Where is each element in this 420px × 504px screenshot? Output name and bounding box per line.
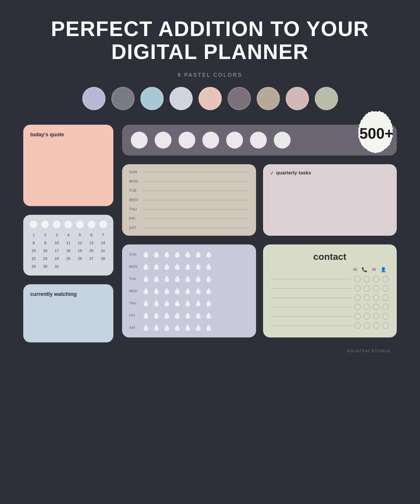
contact-line-2 bbox=[271, 288, 352, 289]
contact-circle bbox=[373, 276, 379, 282]
water-day-sat: SAT bbox=[129, 326, 140, 329]
calendar-dots bbox=[28, 221, 108, 228]
quote-title: today's quote bbox=[30, 132, 106, 138]
contact-entry-1 bbox=[271, 276, 389, 282]
contact-line-3 bbox=[271, 298, 352, 298]
drop bbox=[142, 299, 150, 307]
contact-circles-4 bbox=[354, 304, 389, 310]
contact-circle bbox=[382, 285, 389, 292]
contact-circles-5 bbox=[354, 313, 389, 319]
water-row-fri: FRI bbox=[129, 311, 249, 319]
drop bbox=[184, 287, 192, 295]
water-tracker-card: SUN MON bbox=[122, 244, 256, 337]
water-row-wed: WED bbox=[129, 287, 249, 295]
cal-30: 30 bbox=[40, 263, 51, 270]
right-column: 500+ SUN MON TUE bbox=[122, 125, 397, 342]
svg-text:500+: 500+ bbox=[359, 125, 393, 142]
drop bbox=[205, 262, 213, 271]
contact-circle bbox=[364, 322, 370, 329]
weekly-row-thu: THU bbox=[129, 207, 249, 211]
contact-circle bbox=[354, 304, 361, 310]
cal-23: 23 bbox=[40, 255, 51, 262]
contact-circle bbox=[354, 322, 361, 329]
drop bbox=[194, 311, 202, 319]
cal-18: 18 bbox=[63, 247, 74, 254]
swatch-lavender bbox=[82, 87, 106, 110]
main-title: PERFECT ADDITION TO YOUR DIGITAL PLANNER bbox=[23, 17, 397, 63]
contact-line-6 bbox=[271, 326, 352, 326]
day-label-fri: FRI bbox=[129, 217, 140, 221]
water-drops-sat bbox=[142, 324, 213, 332]
drop bbox=[194, 262, 202, 271]
weekly-row-wed: WED bbox=[129, 198, 249, 202]
drop bbox=[173, 262, 181, 271]
contact-circles-2 bbox=[354, 285, 389, 292]
drop bbox=[184, 324, 192, 332]
drop bbox=[205, 299, 213, 307]
calendar-card: 1 2 3 4 5 6 7 8 9 10 11 12 13 14 15 16 1 bbox=[23, 215, 113, 276]
cal-12: 12 bbox=[75, 240, 85, 246]
water-day-thu: THU bbox=[129, 301, 140, 305]
cal-dot-5 bbox=[76, 221, 84, 228]
drop bbox=[163, 275, 171, 283]
swatch-rose bbox=[286, 87, 309, 110]
day-label-wed: WED bbox=[129, 198, 140, 202]
cal-24: 24 bbox=[51, 255, 62, 262]
drop bbox=[194, 275, 202, 283]
contact-circle bbox=[364, 276, 370, 282]
drop bbox=[205, 311, 213, 319]
cal-6: 6 bbox=[86, 232, 97, 238]
swatch-light-blue bbox=[140, 87, 164, 110]
cal-29: 29 bbox=[28, 263, 39, 270]
contact-circle bbox=[364, 285, 370, 292]
water-row-mon: MON bbox=[129, 262, 249, 271]
weekly-row-tue: TUE bbox=[129, 189, 249, 193]
contact-entry-3 bbox=[271, 294, 389, 301]
cal-15: 15 bbox=[28, 247, 39, 254]
watching-title: currently watching bbox=[30, 291, 106, 297]
contact-line-4 bbox=[271, 307, 352, 307]
gray-bar-section: 500+ bbox=[122, 125, 397, 156]
day-line-sat bbox=[143, 228, 249, 228]
water-drops-sun bbox=[142, 250, 213, 258]
drop bbox=[142, 311, 150, 319]
drop bbox=[163, 324, 171, 332]
water-day-tue: TUE bbox=[129, 277, 140, 280]
swatch-silver bbox=[169, 87, 193, 110]
contact-circle bbox=[373, 313, 379, 319]
cal-dot-2 bbox=[41, 221, 49, 228]
cal-14: 14 bbox=[98, 240, 108, 246]
watching-card: currently watching bbox=[23, 284, 113, 342]
drop bbox=[194, 250, 202, 258]
drop bbox=[152, 275, 160, 283]
swatch-mauve-gray bbox=[228, 87, 251, 110]
contact-circle bbox=[364, 304, 370, 310]
drop bbox=[142, 275, 150, 283]
header: PERFECT ADDITION TO YOUR DIGITAL PLANNER… bbox=[23, 17, 397, 110]
badge-500: 500+ bbox=[353, 110, 400, 157]
drop bbox=[205, 287, 213, 295]
swatch-sage bbox=[315, 87, 338, 110]
weekly-row-sun: SUN bbox=[129, 170, 249, 174]
contact-entry-6 bbox=[271, 322, 389, 329]
cal-dot-3 bbox=[53, 221, 60, 228]
contact-circles-1 bbox=[354, 276, 389, 282]
drop bbox=[142, 262, 150, 271]
drop bbox=[163, 262, 171, 271]
contact-circles-3 bbox=[354, 294, 389, 301]
water-row-sat: SAT bbox=[129, 324, 249, 332]
drop bbox=[184, 262, 192, 271]
contact-line-5 bbox=[271, 316, 352, 317]
swatch-blush bbox=[199, 87, 222, 110]
drop bbox=[173, 287, 181, 295]
contact-circle bbox=[373, 285, 379, 292]
drop bbox=[194, 299, 202, 307]
drop bbox=[163, 299, 171, 307]
cal-dot-6 bbox=[88, 221, 95, 228]
swatches-row bbox=[23, 87, 397, 110]
water-drops-fri bbox=[142, 311, 213, 319]
bar-circle-2 bbox=[155, 132, 171, 149]
weekly-row-sat: SAT bbox=[129, 226, 249, 230]
drop bbox=[152, 311, 160, 319]
day-label-tue: TUE bbox=[129, 189, 140, 193]
